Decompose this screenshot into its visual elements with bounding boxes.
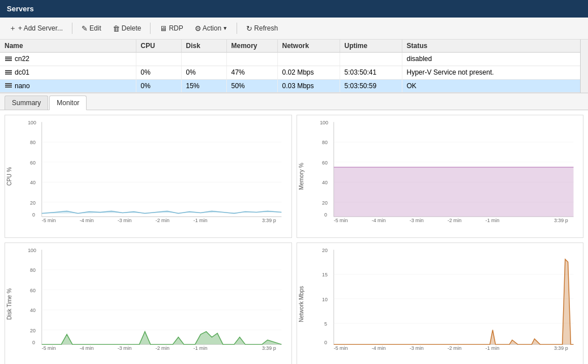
svg-text:-3 min: -3 min [118,218,132,224]
svg-text:-5 min: -5 min [42,218,56,224]
cell-network [277,53,340,66]
scrollbar[interactable] [580,40,588,93]
separator-2 [150,23,151,34]
table-header-row: Name CPU Disk Memory Network Uptime Stat… [0,40,588,53]
refresh-button[interactable]: ↻ Refresh [242,22,282,35]
svg-rect-3 [5,70,12,71]
cell-status: disabled [402,53,588,66]
svg-text:20: 20 [30,328,36,333]
delete-label: Delete [122,24,141,32]
table-row[interactable]: cn22 disabled [0,53,588,66]
cell-disk [181,53,226,66]
cell-memory: 47% [226,66,277,79]
svg-text:-3 min: -3 min [118,346,132,352]
add-icon: ＋ [9,23,16,33]
cpu-y-label: CPU % [6,167,12,186]
cell-memory: 50% [226,79,277,93]
action-icon: ⚙ [195,24,201,33]
tab-monitor[interactable]: Monitor [49,96,87,110]
network-chart: Network Mbps 20 15 10 5 0 -5 min [297,242,584,364]
svg-rect-7 [5,85,12,86]
cell-network: 0.02 Mbps [277,66,340,79]
col-header-memory: Memory [226,40,277,53]
cell-disk: 0% [181,66,226,79]
table-row[interactable]: dc01 0% 0% 47% 0.02 Mbps 5:03:50:41 Hype… [0,66,588,79]
memory-chart: Memory % 100 80 60 40 20 0 -5 min -4 min [297,115,584,238]
svg-text:100: 100 [320,120,328,125]
svg-rect-8 [5,86,12,88]
disk-chart: Disk Time % 100 80 60 40 20 0 -5 min -4 … [5,242,292,364]
refresh-icon: ↻ [246,24,252,33]
svg-text:3:39 p: 3:39 p [553,218,568,224]
cell-disk: 15% [181,79,226,93]
svg-text:80: 80 [30,140,36,146]
tabs-container: Summary Monitor [0,93,588,110]
memory-y-label: Memory % [298,163,304,190]
cpu-svg: 100 80 60 40 20 0 -5 min -4 min -3 mi [23,118,289,223]
action-button[interactable]: ⚙ Action ▼ [190,22,232,35]
svg-text:100: 100 [28,248,36,253]
svg-text:80: 80 [322,140,328,146]
svg-text:-5 min: -5 min [333,346,347,352]
cell-status: OK [402,79,588,93]
svg-text:-4 min: -4 min [371,218,385,224]
disk-y-label: Disk Time % [6,289,12,320]
separator-3 [237,23,237,34]
svg-text:40: 40 [30,180,36,186]
action-label: Action [203,24,221,32]
cell-cpu: 0% [136,66,181,79]
svg-rect-6 [5,83,12,84]
rdp-label: RDP [169,24,183,32]
memory-chart-inner: 100 80 60 40 20 0 -5 min -4 min -3 min -… [315,118,581,235]
edit-button[interactable]: ✎ Edit [77,22,106,35]
cpu-chart: CPU % 100 80 60 40 20 0 [5,115,292,238]
server-table-container: Name CPU Disk Memory Network Uptime Stat… [0,40,588,93]
svg-text:-3 min: -3 min [409,218,423,224]
col-header-status: Status [402,40,588,53]
svg-text:-1 min: -1 min [194,218,208,224]
svg-text:3:39 p: 3:39 p [262,218,276,224]
svg-text:10: 10 [322,297,328,302]
svg-text:-5 min: -5 min [42,346,56,352]
refresh-label: Refresh [254,24,278,32]
svg-text:-2 min: -2 min [447,218,461,224]
add-server-label: + Add Server... [18,24,63,32]
cell-name: dc01 [0,66,136,79]
svg-text:-4 min: -4 min [371,346,385,352]
table-row[interactable]: nano 0% 15% 50% 0.03 Mbps 5:03:50:59 OK [0,79,588,93]
tab-summary[interactable]: Summary [5,96,48,110]
network-y-label: Network Mbps [298,287,304,323]
cell-cpu: 0% [136,79,181,93]
rdp-button[interactable]: 🖥 RDP [155,22,187,35]
edit-label: Edit [89,24,101,32]
svg-text:15: 15 [322,272,328,278]
svg-text:3:39 p: 3:39 p [262,346,276,352]
svg-rect-5 [5,73,12,75]
col-header-disk: Disk [181,40,226,53]
network-chart-inner: 20 15 10 5 0 -5 min -4 min -3 min -2 [315,245,581,363]
col-header-name: Name [0,40,136,53]
cell-memory [226,53,277,66]
svg-text:3:39 p: 3:39 p [553,346,568,352]
svg-text:-1 min: -1 min [194,346,208,352]
svg-marker-39 [333,167,573,217]
svg-text:-5 min: -5 min [333,218,347,224]
cell-cpu [136,53,181,66]
delete-button[interactable]: 🗑 Delete [108,22,146,35]
charts-area: CPU % 100 80 60 40 20 0 [0,110,588,364]
separator-1 [72,23,72,34]
memory-svg: 100 80 60 40 20 0 -5 min -4 min -3 min -… [315,118,581,223]
cell-uptime [340,53,402,66]
svg-text:5: 5 [324,321,327,327]
svg-text:-4 min: -4 min [80,346,94,352]
svg-text:80: 80 [30,268,36,274]
rdp-icon: 🖥 [160,24,167,33]
add-server-button[interactable]: ＋ + Add Server... [5,21,67,36]
svg-text:-1 min: -1 min [485,218,499,224]
svg-text:0: 0 [324,340,327,346]
svg-marker-76 [333,259,573,345]
cell-name: nano [0,79,136,93]
svg-text:-2 min: -2 min [447,346,461,352]
edit-icon: ✎ [81,24,88,33]
svg-text:0: 0 [32,340,35,346]
